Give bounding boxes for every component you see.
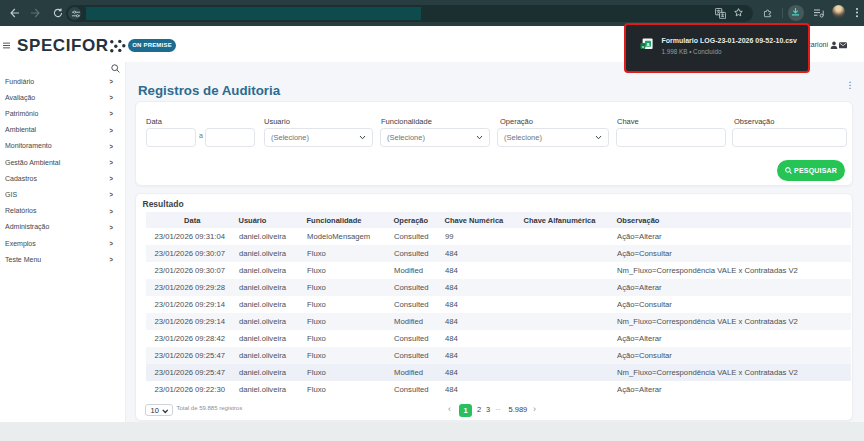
svg-text:a: a (647, 40, 650, 46)
